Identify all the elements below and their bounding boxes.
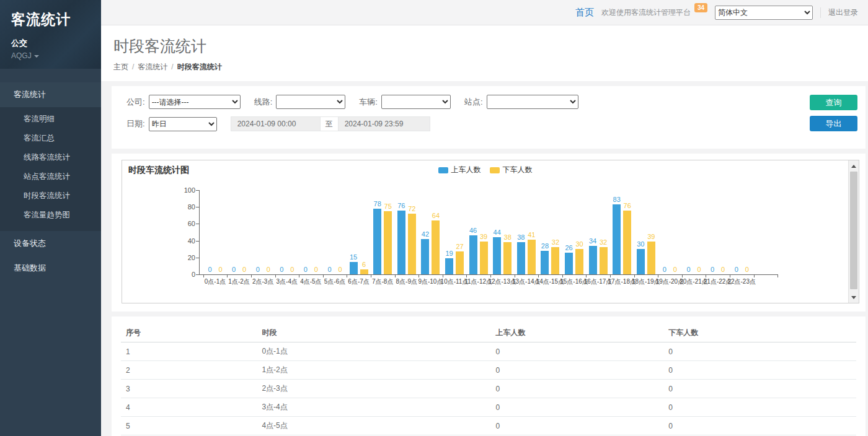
sidebar-subitem[interactable]: 客流汇总 xyxy=(0,129,101,148)
breadcrumb-item[interactable]: 主页 xyxy=(113,63,128,71)
chart-bar xyxy=(432,220,440,274)
notification-badge[interactable]: 34 xyxy=(694,3,707,12)
date-to-input[interactable] xyxy=(338,116,430,131)
x-axis-tick xyxy=(777,275,778,277)
y-axis-tick xyxy=(196,224,199,224)
table-cell: 4点-5点 xyxy=(257,417,490,435)
chart-plot-area: 时段车流统计图 上车人数 下车人数 020406080100000点-1点001… xyxy=(122,160,848,303)
table-cell: 0 xyxy=(663,398,856,417)
y-axis-tick xyxy=(196,190,199,191)
sidebar-subitem[interactable]: 时段客流统计 xyxy=(0,186,101,206)
filter-row-2: 日期: 昨日 至 xyxy=(126,116,853,131)
legend-label-boarding: 上车人数 xyxy=(451,165,481,175)
chart-bar xyxy=(408,214,416,274)
company-label: 公司: xyxy=(126,97,145,108)
filter-buttons: 查询 导出 xyxy=(810,95,857,131)
bar-value-label: 41 xyxy=(519,231,544,238)
y-axis-tick xyxy=(196,258,199,258)
breadcrumb-separator: / xyxy=(171,63,173,71)
chart-bar xyxy=(517,242,525,274)
chart-bar xyxy=(565,253,573,274)
legend-alighting[interactable]: 下车人数 xyxy=(490,165,533,175)
page-title: 时段客流统计 xyxy=(113,36,856,56)
chart-bar xyxy=(421,239,429,274)
table-cell: 3点-4点 xyxy=(257,398,490,417)
date-label: 日期: xyxy=(126,118,145,129)
sidebar-section-passenger-stats[interactable]: 客流统计 xyxy=(0,82,101,107)
y-axis-tick-label: 60 xyxy=(177,220,195,227)
chart-legend: 上车人数 下车人数 xyxy=(438,165,533,175)
home-link[interactable]: 首页 xyxy=(575,7,594,19)
logout-link[interactable]: 退出登录 xyxy=(820,7,858,18)
date-from-input[interactable] xyxy=(231,116,321,131)
breadcrumb-item[interactable]: 客流统计 xyxy=(138,63,167,71)
line-select[interactable] xyxy=(276,95,345,109)
chevron-down-icon xyxy=(34,55,39,58)
table-cell: 0 xyxy=(491,380,664,398)
sidebar-item[interactable]: 基础数据 xyxy=(0,256,101,281)
table-cell: 0点-1点 xyxy=(257,342,490,361)
sidebar-brand-area: 客流统计 公交 AQGJ xyxy=(0,0,101,69)
sidebar-subitem[interactable]: 线路客流统计 xyxy=(0,148,101,167)
org-code-dropdown[interactable]: AQGJ xyxy=(11,51,90,60)
table-cell: 3 xyxy=(121,380,257,398)
sidebar-subitem[interactable]: 客流明细 xyxy=(0,110,101,129)
table-row: 43点-4点00 xyxy=(121,398,856,417)
station-select[interactable] xyxy=(487,95,578,109)
sidebar: 客流统计 公交 AQGJ 客流统计 客流明细客流汇总线路客流统计站点客流统计时段… xyxy=(0,0,101,436)
scroll-up-arrow-icon[interactable] xyxy=(849,161,859,171)
y-axis-tick-label: 0 xyxy=(177,271,195,278)
bar-value-label: 0 xyxy=(328,266,353,273)
y-axis-tick xyxy=(196,207,199,207)
breadcrumb-separator: / xyxy=(132,63,134,71)
date-preset-group: 昨日 xyxy=(149,117,217,131)
date-preset-select[interactable]: 昨日 xyxy=(149,117,217,131)
sidebar-subitem[interactable]: 客流量趋势图 xyxy=(0,206,101,225)
chart-bar xyxy=(613,204,621,274)
table-row: 10点-1点00 xyxy=(121,342,856,361)
table-header-cell: 下车人数 xyxy=(663,324,856,342)
vehicle-select[interactable] xyxy=(381,95,451,109)
table-header-cell: 时段 xyxy=(257,324,490,342)
data-table: 序号时段上车人数下车人数 10点-1点0021点-2点0032点-3点0043点… xyxy=(121,324,856,436)
table-cell: 4 xyxy=(121,398,257,417)
sidebar-item[interactable]: 设备状态 xyxy=(0,231,101,256)
page-heading: 时段客流统计 主页/客流统计/时段客流统计 xyxy=(101,25,868,81)
chart-bar xyxy=(575,249,583,274)
query-button[interactable]: 查询 xyxy=(810,95,857,110)
scroll-down-arrow-icon[interactable] xyxy=(849,292,859,302)
line-group xyxy=(276,95,345,109)
breadcrumb: 主页/客流统计/时段客流统计 xyxy=(113,62,856,72)
company-select[interactable]: ---请选择--- xyxy=(149,95,241,109)
line-label: 线路: xyxy=(254,97,273,108)
table-panel: 序号时段上车人数下车人数 10点-1点0021点-2点0032点-3点0043点… xyxy=(112,316,866,436)
table-header-cell: 序号 xyxy=(121,324,257,342)
chart-bar xyxy=(456,251,464,274)
bar-value-label: 0 xyxy=(735,266,760,273)
chart-bar xyxy=(503,242,512,274)
table-row: 21点-2点00 xyxy=(121,361,856,380)
table-cell: 0 xyxy=(491,342,664,361)
language-select[interactable]: 简体中文 xyxy=(715,6,813,20)
sidebar-subitem[interactable]: 站点客流统计 xyxy=(0,167,101,186)
table-cell: 1点-2点 xyxy=(257,361,490,380)
org-name: 公交 xyxy=(11,38,90,49)
chart-bar xyxy=(600,247,608,274)
sidebar-nav: 客流统计 客流明细客流汇总线路客流统计站点客流统计时段客流统计客流量趋势图 设备… xyxy=(0,82,101,281)
chart-bar xyxy=(493,237,501,274)
bar-value-label: 64 xyxy=(423,212,448,219)
y-axis-tick xyxy=(196,241,199,242)
chart-scrollbar[interactable] xyxy=(848,160,859,303)
bar-value-label: 76 xyxy=(615,202,640,209)
scrollbar-thumb[interactable] xyxy=(850,172,857,289)
bar-value-label: 6 xyxy=(352,261,376,268)
export-button[interactable]: 导出 xyxy=(810,116,857,131)
bar-value-label: 39 xyxy=(639,233,663,240)
chart-bar xyxy=(397,211,405,274)
legend-swatch-boarding xyxy=(438,167,448,173)
legend-boarding[interactable]: 上车人数 xyxy=(438,165,481,175)
chart-title: 时段车流统计图 xyxy=(128,165,189,176)
chart-bar xyxy=(373,209,381,274)
table-row: 54点-5点00 xyxy=(121,417,856,435)
table-header-cell: 上车人数 xyxy=(491,324,664,342)
